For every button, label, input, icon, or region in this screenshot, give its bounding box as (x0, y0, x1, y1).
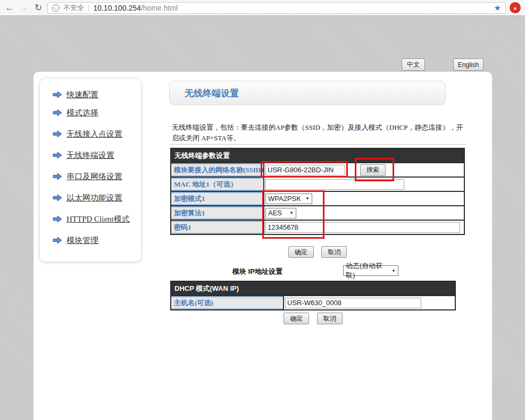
mac-label: MAC 地址1（可选） (171, 177, 264, 191)
sidebar: 快速配置 模式选择 无线接入点设置 无线终端设置 串口及网络设置 以太网功能设置… (40, 79, 141, 262)
sidebar-menu: 快速配置 模式选择 无线接入点设置 无线终端设置 串口及网络设置 以太网功能设置… (40, 79, 141, 246)
page-description: 无线终端设置，包括：要去连接的AP参数（SSID，加密）及接入模式（DHCP，静… (172, 122, 470, 144)
extension-update-icon[interactable]: ▲ (510, 2, 521, 13)
chevron-down-icon: ▼ (289, 211, 294, 215)
chevron-down-icon: ▼ (391, 268, 396, 273)
ssid-label: 模块要接入的网络名称(SSID1) (171, 163, 264, 177)
sidebar-item-label: 快速配置 (66, 90, 98, 100)
sidebar-item-module-management[interactable]: 模块管理 (53, 235, 141, 246)
module-ip-label: 模块 IP地址设置 (232, 267, 282, 276)
sidebar-item-label: 无线终端设置 (66, 150, 114, 161)
page-background: 中文 English 快速配置 模式选择 无线接入点设置 无线终端设置 串口及网… (0, 16, 525, 420)
sidebar-item-label: 串口及网络设置 (66, 172, 122, 182)
cancel-button-sta[interactable]: 取消 (321, 246, 347, 258)
sidebar-item-label: 无线接入点设置 (66, 129, 122, 139)
sidebar-item-label: 模块管理 (66, 236, 98, 246)
password-input[interactable] (265, 222, 460, 233)
bookmark-star-icon[interactable]: ★ (494, 3, 501, 13)
dhcp-table: DHCP 模式(WAN IP) 主机名(可选) (170, 281, 456, 310)
page-title-bar: 无线终端设置 (169, 81, 446, 105)
sidebar-item-label: 以太网功能设置 (66, 193, 122, 203)
password-label: 密码1 (171, 220, 264, 234)
dhcp-table-header: DHCP 模式(WAN IP) (171, 281, 455, 296)
hostname-label: 主机名(可选) (171, 296, 284, 310)
table-row: 模块要接入的网络名称(SSID1) 搜索 (171, 163, 464, 177)
arrow-icon (53, 194, 62, 201)
divider (170, 144, 466, 145)
mac-input[interactable] (265, 179, 404, 190)
table-row: 加密模式1 WPA2PSK▼ (171, 191, 464, 206)
sidebar-item-label: 模式选择 (66, 108, 98, 118)
address-bar[interactable]: i 不安全 | 10.10.100.254/home.html ★ (47, 2, 506, 14)
confirm-button-sta[interactable]: 确定 (288, 246, 314, 258)
encryption-algorithm-select[interactable]: AES▼ (265, 208, 296, 219)
sta-settings-table: 无线终端参数设置 模块要接入的网络名称(SSID1) 搜索 MAC 地址1（可选… (170, 148, 465, 235)
sidebar-item-quick-config[interactable]: 快速配置 (53, 89, 141, 100)
sidebar-item-httpd-client[interactable]: HTTPD Client模式 (53, 214, 141, 224)
browser-toolbar: ← → ↻ i 不安全 | 10.10.100.254/home.html ★ … (0, 0, 525, 16)
sidebar-item-sta-settings[interactable]: 无线终端设置 (53, 150, 141, 161)
sidebar-item-ethernet[interactable]: 以太网功能设置 (53, 192, 141, 203)
ssid-input[interactable] (265, 165, 345, 175)
forward-icon: → (19, 3, 29, 12)
hostname-input[interactable] (285, 298, 421, 308)
module-ip-select[interactable]: 动态(自动获取)▼ (343, 265, 398, 276)
arrow-icon (53, 109, 62, 116)
page-title: 无线终端设置 (185, 87, 239, 99)
reload-icon[interactable]: ↻ (33, 3, 44, 12)
table-row: MAC 地址1（可选） (171, 177, 464, 191)
dhcp-action-row: 确定 取消 (170, 313, 456, 324)
url-text: 10.10.100.254/home.html (93, 4, 178, 12)
encryption-mode-label: 加密模式1 (171, 191, 264, 206)
confirm-button-dhcp[interactable]: 确定 (284, 313, 309, 324)
arrow-icon (53, 91, 62, 98)
back-icon[interactable]: ← (4, 3, 15, 12)
table-header-row: DHCP 模式(WAN IP) (171, 281, 455, 296)
encryption-mode-value: WPA2PSK (268, 195, 301, 203)
encryption-mode-select[interactable]: WPA2PSK▼ (265, 194, 312, 204)
url-path: /home.html (141, 4, 178, 12)
arrow-icon (53, 130, 62, 138)
sidebar-item-mode-select[interactable]: 模式选择 (53, 107, 141, 118)
security-label: 不安全 (63, 3, 84, 13)
chevron-down-icon: ▼ (305, 196, 310, 201)
sidebar-item-serial-network[interactable]: 串口及网络设置 (53, 171, 141, 182)
sidebar-item-ap-settings[interactable]: 无线接入点设置 (53, 129, 141, 139)
url-host: 10.10.100.254 (93, 4, 141, 12)
arrow-icon (53, 152, 62, 159)
cancel-button-dhcp[interactable]: 取消 (317, 313, 343, 324)
arrow-icon (53, 173, 62, 180)
module-ip-value: 动态(自动获取) (346, 261, 389, 280)
table-row: 密码1 (171, 220, 464, 234)
arrow-icon (53, 215, 62, 223)
search-button[interactable]: 搜索 (360, 164, 386, 176)
encryption-algorithm-label: 加密算法1 (171, 206, 264, 220)
table-row: 加密算法1 AES▼ (171, 206, 464, 220)
table-header-row: 无线终端参数设置 (171, 148, 464, 163)
sta-table-header: 无线终端参数设置 (171, 148, 464, 163)
language-chinese-button[interactable]: 中文 (402, 58, 425, 71)
encryption-algorithm-value: AES (268, 209, 282, 217)
info-icon[interactable]: i (52, 4, 60, 12)
table-row: 主机名(可选) (171, 296, 455, 310)
arrow-icon (53, 237, 62, 244)
url-separator: | (88, 4, 89, 12)
sta-action-row: 确定 取消 (170, 246, 465, 258)
language-english-button[interactable]: English (453, 58, 484, 71)
sidebar-item-label: HTTPD Client模式 (66, 214, 130, 224)
